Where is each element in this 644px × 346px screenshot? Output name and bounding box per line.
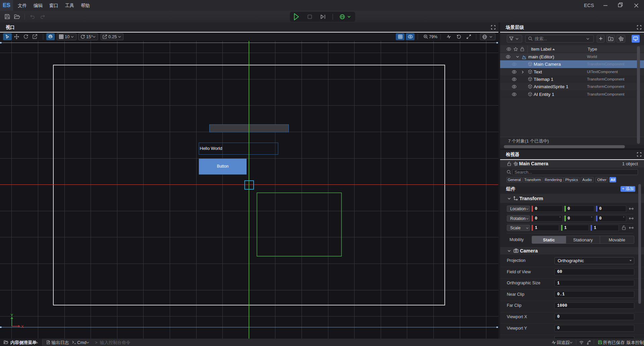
svg-text:Button: Button	[217, 164, 229, 169]
svg-text:X: X	[21, 325, 24, 329]
svg-text:Y: Y	[11, 313, 13, 317]
svg-text:Hello World: Hello World	[200, 146, 222, 151]
